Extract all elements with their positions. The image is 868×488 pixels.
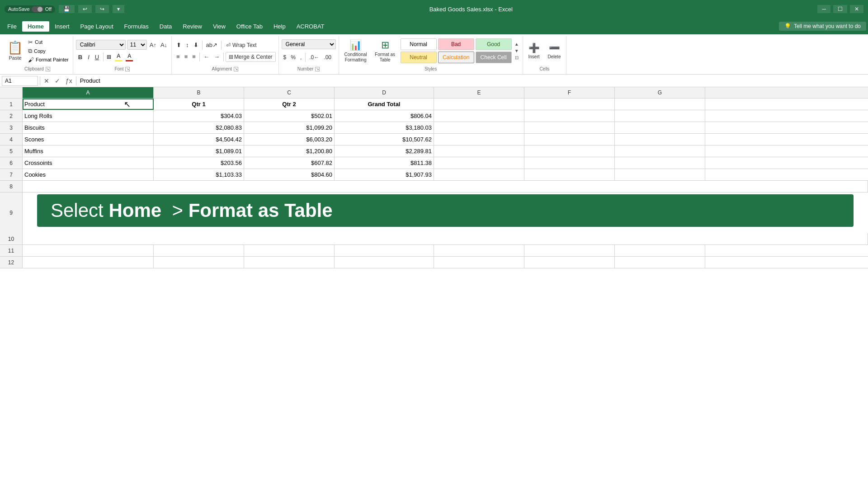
cell-a11[interactable] xyxy=(23,245,154,256)
cell-d7[interactable]: $1,907.93 xyxy=(335,169,434,180)
neutral-style-button[interactable]: Neutral xyxy=(401,52,437,63)
row-num-2[interactable]: 2 xyxy=(0,110,23,122)
cell-b1[interactable]: Qtr 1 xyxy=(154,99,244,110)
cell-c7[interactable]: $804.60 xyxy=(244,169,335,180)
menu-office-tab[interactable]: Office Tab xyxy=(231,21,268,32)
tell-me-box[interactable]: 💡 Tell me what you want to do xyxy=(779,22,866,31)
bad-style-button[interactable]: Bad xyxy=(438,38,474,50)
cell-c11[interactable] xyxy=(244,245,335,256)
row-num-3[interactable]: 3 xyxy=(0,122,23,133)
cell-d5[interactable]: $2,289.81 xyxy=(335,145,434,157)
cell-g12[interactable] xyxy=(615,257,705,268)
cell-a7[interactable]: Cookies xyxy=(23,169,154,180)
col-header-d[interactable]: D xyxy=(335,87,434,98)
number-expand-icon[interactable]: ↘ xyxy=(315,67,320,71)
col-header-c[interactable]: C xyxy=(244,87,335,98)
fill-color-button[interactable]: A xyxy=(113,52,123,62)
bold-button[interactable]: B xyxy=(76,52,85,62)
cell-g4[interactable] xyxy=(615,134,705,145)
align-right-button[interactable]: ≡ xyxy=(190,52,198,62)
align-top-button[interactable]: ⬆ xyxy=(175,40,183,50)
copy-button[interactable]: ⧉ Copy xyxy=(27,47,70,55)
menu-page-layout[interactable]: Page Layout xyxy=(75,21,119,32)
increase-indent-button[interactable]: → xyxy=(212,52,222,62)
styles-scroll-down[interactable]: ▼ xyxy=(514,47,520,54)
cell-g1[interactable] xyxy=(615,99,705,110)
format-painter-button[interactable]: 🖌 Format Painter xyxy=(27,56,70,64)
cell-e1[interactable] xyxy=(434,99,524,110)
col-header-f[interactable]: F xyxy=(524,87,615,98)
conditional-formatting-button[interactable]: 📊 ConditionalFormatting xyxy=(342,38,370,65)
cell-e11[interactable] xyxy=(434,245,524,256)
cut-button[interactable]: ✂ Cut xyxy=(27,38,70,46)
redo-button[interactable]: ↪ xyxy=(95,5,109,13)
wrap-text-button[interactable]: ⏎ Wrap Text xyxy=(223,40,259,50)
formula-input[interactable] xyxy=(78,76,866,85)
row-num-11[interactable]: 11 xyxy=(0,245,23,256)
row-num-6[interactable]: 6 xyxy=(0,157,23,169)
cell-reference-box[interactable]: A1 xyxy=(2,76,38,86)
cell-g6[interactable] xyxy=(615,157,705,169)
cell-d4[interactable]: $10,507.62 xyxy=(335,134,434,145)
row-num-8[interactable]: 8 xyxy=(0,181,23,192)
clipboard-expand-icon[interactable]: ↘ xyxy=(46,67,50,71)
font-size-select[interactable]: 11 xyxy=(127,40,147,50)
cell-g5[interactable] xyxy=(615,145,705,157)
merge-center-button[interactable]: ⊞ Merge & Center xyxy=(226,52,276,62)
cell-c6[interactable]: $607.82 xyxy=(244,157,335,169)
decrease-indent-button[interactable]: ← xyxy=(202,52,211,62)
cell-d2[interactable]: $806.04 xyxy=(335,110,434,122)
cell-f5[interactable] xyxy=(524,145,615,157)
menu-view[interactable]: View xyxy=(208,21,231,32)
close-button[interactable]: ✕ xyxy=(850,5,863,13)
cell-f7[interactable] xyxy=(524,169,615,180)
cell-a12[interactable] xyxy=(23,257,154,268)
menu-help[interactable]: Help xyxy=(268,21,291,32)
align-left-button[interactable]: ≡ xyxy=(175,52,182,62)
cell-d6[interactable]: $811.38 xyxy=(335,157,434,169)
check-cell-style-button[interactable]: Check Cell xyxy=(476,52,512,63)
cell-b6[interactable]: $203.56 xyxy=(154,157,244,169)
cell-e6[interactable] xyxy=(434,157,524,169)
cell-b7[interactable]: $1,103.33 xyxy=(154,169,244,180)
normal-style-button[interactable]: Normal xyxy=(401,38,437,50)
menu-file[interactable]: File xyxy=(2,21,22,32)
cell-g3[interactable] xyxy=(615,122,705,133)
cell-c3[interactable]: $1,099.20 xyxy=(244,122,335,133)
cell-a2[interactable]: Long Rolls xyxy=(23,110,154,122)
cell-c5[interactable]: $1,200.80 xyxy=(244,145,335,157)
cell-g2[interactable] xyxy=(615,110,705,122)
row-num-5[interactable]: 5 xyxy=(0,145,23,157)
cell-f6[interactable] xyxy=(524,157,615,169)
menu-home[interactable]: Home xyxy=(22,21,49,32)
menu-acrobat[interactable]: ACROBAT xyxy=(291,21,330,32)
cell-e5[interactable] xyxy=(434,145,524,157)
comma-button[interactable]: , xyxy=(298,52,303,62)
col-header-g[interactable]: G xyxy=(615,87,705,98)
menu-insert[interactable]: Insert xyxy=(49,21,75,32)
calculation-style-button[interactable]: Calculation xyxy=(438,52,474,63)
align-center-button[interactable]: ≡ xyxy=(183,52,190,62)
cell-e7[interactable] xyxy=(434,169,524,180)
cell-b4[interactable]: $4,504.42 xyxy=(154,134,244,145)
col-header-e[interactable]: E xyxy=(434,87,524,98)
maximize-button[interactable]: ☐ xyxy=(833,5,847,13)
cell-c12[interactable] xyxy=(244,257,335,268)
cancel-formula-button[interactable]: ✕ xyxy=(42,76,51,85)
cell-a3[interactable]: Biscuits xyxy=(23,122,154,133)
delete-button[interactable]: ➖ Delete xyxy=(545,41,564,61)
border-button[interactable]: ⊞ xyxy=(105,53,113,61)
cell-b3[interactable]: $2,080.83 xyxy=(154,122,244,133)
styles-scroll-up[interactable]: ▲ xyxy=(514,41,520,47)
cell-c2[interactable]: $502.01 xyxy=(244,110,335,122)
font-family-select[interactable]: Calibri xyxy=(76,40,126,50)
menu-formulas[interactable]: Formulas xyxy=(119,21,154,32)
format-as-table-button[interactable]: ⊞ Format asTable xyxy=(372,38,399,65)
cell-e3[interactable] xyxy=(434,122,524,133)
cell-b11[interactable] xyxy=(154,245,244,256)
align-bottom-button[interactable]: ⬇ xyxy=(192,40,200,50)
cell-e2[interactable] xyxy=(434,110,524,122)
autosave-switch[interactable] xyxy=(32,6,43,12)
cell-f2[interactable] xyxy=(524,110,615,122)
more-commands-button[interactable]: ▾ xyxy=(113,5,124,13)
